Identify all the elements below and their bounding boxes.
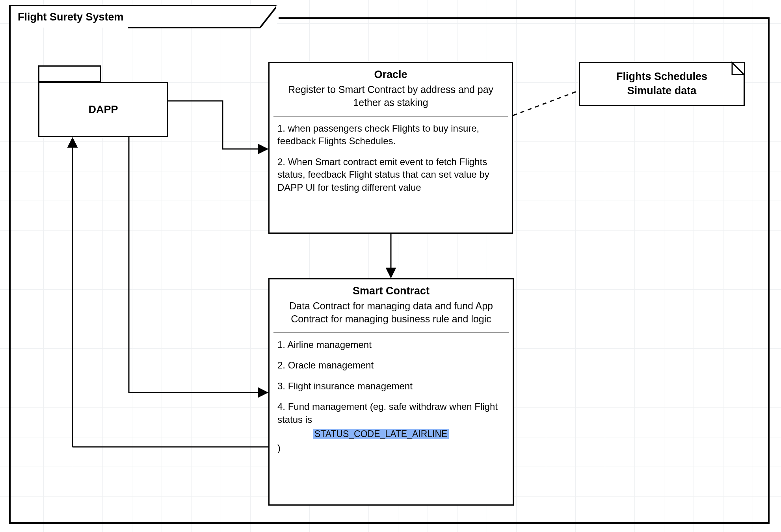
oracle-title: Oracle <box>270 63 512 83</box>
oracle-item-1: 1. when passengers check Flights to buy … <box>277 122 504 148</box>
note-line-2: Simulate data <box>592 84 732 98</box>
system-frame-title-tab: Flight Surety System <box>9 5 277 28</box>
status-code-highlight: STATUS_CODE_LATE_AIRLINE <box>313 429 449 439</box>
oracle-item-2: 2. When Smart contract emit event to fet… <box>277 156 504 194</box>
oracle-body: 1. when passengers check Flights to buy … <box>270 117 512 209</box>
dapp-tab <box>38 65 101 82</box>
smart-contract-item-1: 1. Airline management <box>277 339 505 351</box>
smart-contract-subtitle: Data Contract for managing data and fund… <box>270 299 513 332</box>
smart-contract-item-4b: ) <box>277 442 505 454</box>
diagram-canvas: Flight Surety System DAPP Oracle Registe… <box>0 0 781 532</box>
note-fold-icon <box>732 63 744 74</box>
system-frame-title: Flight Surety System <box>18 11 124 23</box>
note-content: Flights Schedules Simulate data <box>580 63 744 104</box>
smart-contract-title: Smart Contract <box>270 279 513 299</box>
smart-contract-item-3: 3. Flight insurance management <box>277 380 505 392</box>
smart-contract-item-4a: 4. Fund management (eg. safe withdraw wh… <box>277 401 498 424</box>
smart-contract-item-4-code-line: STATUS_CODE_LATE_AIRLINE <box>277 428 505 440</box>
flights-schedules-note: Flights Schedules Simulate data <box>579 62 745 106</box>
smart-contract-item-2: 2. Oracle management <box>277 359 505 372</box>
smart-contract-body: 1. Airline management 2. Oracle manageme… <box>270 333 513 462</box>
smart-contract-node: Smart Contract Data Contract for managin… <box>268 278 514 506</box>
oracle-subtitle: Register to Smart Contract by address an… <box>270 83 512 116</box>
note-line-1: Flights Schedules <box>592 69 732 84</box>
dapp-label: DAPP <box>88 104 118 116</box>
dapp-body: DAPP <box>38 82 168 137</box>
smart-contract-item-4: 4. Fund management (eg. safe withdraw wh… <box>277 400 505 426</box>
oracle-node: Oracle Register to Smart Contract by add… <box>268 62 513 234</box>
